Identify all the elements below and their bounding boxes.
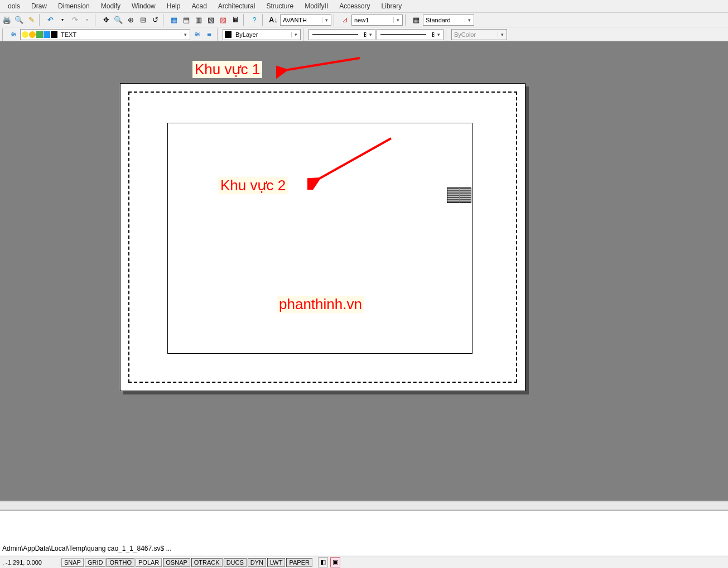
layer-manager-icon[interactable]: ≋ — [8, 29, 19, 40]
svg-line-1 — [317, 138, 391, 180]
layer-states-icon[interactable]: ≡ — [204, 29, 215, 40]
tool-palettes-icon[interactable]: ▥ — [193, 15, 204, 26]
status-polar[interactable]: POLAR — [136, 558, 162, 567]
table-style-value: Standard — [423, 17, 465, 23]
lightbulb-icon — [22, 31, 28, 38]
menu-library[interactable]: Library — [376, 1, 408, 12]
status-grid[interactable]: GRID — [85, 558, 106, 567]
separator — [243, 14, 247, 26]
print-icon[interactable]: 🖨️ — [1, 15, 12, 26]
color-combo[interactable]: ByLayer▾ — [223, 29, 301, 40]
separator — [2, 28, 6, 41]
status-ducs[interactable]: DUCS — [224, 558, 247, 567]
menu-help[interactable]: Help — [161, 1, 186, 12]
zoom-realtime-icon[interactable]: ⊕ — [125, 15, 136, 26]
horizontal-scrollbar[interactable] — [0, 501, 728, 510]
lineweight-combo[interactable]: ByLayer▾ — [377, 29, 443, 40]
redo-dropdown-icon[interactable]: ▾ — [81, 15, 93, 26]
help-icon[interactable]: ? — [249, 15, 260, 26]
menu-dimension[interactable]: Dimension — [52, 1, 95, 12]
linetype-preview — [312, 34, 358, 35]
layer-combo[interactable]: TEXT ▾ — [20, 29, 190, 40]
chevron-down-icon: ▾ — [498, 32, 507, 37]
status-osnap[interactable]: OSNAP — [163, 558, 190, 567]
lineweight-value: ByLayer — [430, 31, 434, 38]
zoom-window-icon[interactable]: ⊟ — [137, 15, 148, 26]
status-otrack[interactable]: OTRACK — [191, 558, 223, 567]
pan-icon[interactable]: ✥ — [100, 15, 112, 26]
menu-modify2[interactable]: ModifyII — [299, 1, 334, 12]
layer-previous-icon[interactable]: ≋ — [191, 29, 203, 40]
sun-icon — [29, 31, 36, 38]
design-center-icon[interactable]: ▤ — [181, 15, 192, 26]
status-paper[interactable]: PAPER — [286, 558, 312, 567]
text-style-value: AVANTH — [281, 17, 322, 23]
menu-architectural[interactable]: Architectural — [213, 1, 261, 12]
drawing-canvas[interactable]: Khu vực 1 Khu vực 2 phanthinh.vn — [0, 41, 728, 500]
menu-draw[interactable]: Draw — [26, 1, 52, 12]
dim-style-combo[interactable]: new1▾ — [351, 15, 403, 26]
plotstyle-combo[interactable]: ByColor▾ — [451, 29, 507, 40]
coordinates-display: , -1.291, 0.000 — [0, 559, 60, 566]
lock-icon — [36, 31, 43, 38]
status-ortho[interactable]: ORTHO — [107, 558, 134, 567]
separator — [95, 14, 98, 26]
quickcalc-icon[interactable]: 🖩 — [230, 15, 241, 26]
sheetset-icon[interactable]: ▧ — [205, 15, 216, 26]
status-dyn[interactable]: DYN — [248, 558, 266, 567]
separator — [262, 14, 266, 26]
dim-style-value: new1 — [352, 17, 393, 23]
model-paper-toggle-icon[interactable]: ◧ — [318, 557, 328, 567]
properties-icon[interactable]: ▦ — [168, 15, 180, 26]
linetype-combo[interactable]: ByLayer▾ — [308, 29, 375, 40]
menu-accessory[interactable]: Accessory — [334, 1, 375, 12]
command-history-line: Admin\AppData\Local\Temp\quang cao_1_1_8… — [2, 545, 726, 552]
menu-tools[interactable]: ools — [2, 1, 26, 12]
annotation-area1: Khu vực 1 — [192, 61, 262, 78]
status-snap[interactable]: SNAP — [61, 558, 84, 567]
menu-window[interactable]: Window — [126, 1, 161, 12]
layer-name: TEXT — [59, 31, 181, 38]
linetype-value: ByLayer — [361, 31, 366, 38]
separator — [217, 28, 220, 41]
annotation-area2: Khu vực 2 — [218, 177, 288, 194]
table-style-combo[interactable]: Standard▾ — [423, 15, 474, 26]
maximize-viewport-icon[interactable]: ▣ — [330, 557, 340, 567]
separator — [334, 14, 337, 26]
status-lwt[interactable]: LWT — [267, 558, 285, 567]
undo-dropdown-icon[interactable]: ▾ — [57, 15, 68, 26]
menu-acad[interactable]: Acad — [186, 1, 212, 12]
menu-structure[interactable]: Structure — [261, 1, 300, 12]
status-bar: , -1.291, 0.000 SNAP GRID ORTHO POLAR OS… — [0, 556, 728, 568]
command-line-area[interactable]: Admin\AppData\Local\Temp\quang cao_1_1_8… — [0, 510, 728, 556]
zoom-in-icon[interactable]: 🔍 — [113, 15, 124, 26]
separator — [163, 14, 166, 26]
chevron-down-icon: ▾ — [434, 32, 443, 37]
layer-state-icons — [21, 31, 59, 38]
zoom-previous-icon[interactable]: ↺ — [150, 15, 161, 26]
chevron-down-icon: ▾ — [393, 17, 402, 23]
table-style-icon[interactable]: ▦ — [411, 15, 422, 26]
status-icons: ◧ ▣ — [318, 557, 340, 567]
text-style-combo[interactable]: AVANTH▾ — [280, 15, 331, 26]
model-thumbnail — [447, 187, 471, 203]
separator — [405, 14, 408, 26]
watermark-text: phanthinh.vn — [277, 296, 364, 313]
color-value: ByLayer — [233, 31, 291, 38]
toolbar-row-1: 🖨️ 🔍 ✎ ↶ ▾ ↷ ▾ ✥ 🔍 ⊕ ⊟ ↺ ▦ ▤ ▥ ▧ ▨ 🖩 ? A… — [0, 12, 728, 27]
preview-icon[interactable]: 🔍 — [13, 15, 25, 26]
dim-style-icon[interactable]: ⊿ — [339, 15, 350, 26]
paper-layout: Khu vực 2 phanthinh.vn — [120, 83, 525, 391]
separator — [303, 28, 306, 41]
chevron-down-icon: ▾ — [465, 17, 474, 23]
undo-icon[interactable]: ↶ — [45, 15, 56, 26]
redo-icon[interactable]: ↷ — [69, 15, 80, 26]
markup-icon[interactable]: ▨ — [218, 15, 229, 26]
separator — [446, 28, 449, 41]
menu-modify[interactable]: Modify — [95, 1, 126, 12]
toolbar-row-2: ≋ TEXT ▾ ≋ ≡ ByLayer▾ ByLayer▾ ByLayer▾ … — [0, 27, 728, 41]
text-style-icon[interactable]: A↓ — [268, 15, 279, 26]
brush-icon[interactable]: ✎ — [26, 15, 37, 26]
color-swatch-icon — [225, 31, 232, 38]
chevron-down-icon: ▾ — [291, 32, 300, 37]
